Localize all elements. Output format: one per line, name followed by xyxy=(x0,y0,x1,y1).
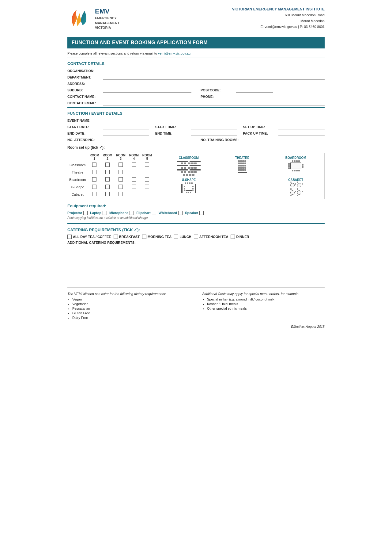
laptop-checkbox[interactable] xyxy=(103,211,107,215)
ushape-room5-checkbox[interactable] xyxy=(145,185,149,189)
flipchart-checkbox[interactable] xyxy=(152,211,156,215)
breakfast-label: BREAKFAST xyxy=(119,235,140,239)
theatre-room3-checkbox[interactable] xyxy=(119,170,123,174)
flipchart-label: Flipchart xyxy=(136,211,150,215)
theatre-room1-checkbox[interactable] xyxy=(92,170,96,174)
room-diagram-area: CLASSROOM xyxy=(160,153,325,199)
start-time-input[interactable] xyxy=(191,124,237,129)
boardroom-room2-checkbox[interactable] xyxy=(105,177,110,182)
cabaret-room4-checkbox[interactable] xyxy=(132,192,136,196)
speaker-item: Speaker xyxy=(185,211,204,215)
footer-section: The VEMI kitchen can cater for the follo… xyxy=(67,287,325,320)
lunch-checkbox[interactable] xyxy=(174,235,178,239)
setup-time-input[interactable] xyxy=(278,124,325,129)
list-item: Kosher / Halal meals xyxy=(207,302,325,306)
dinner-checkbox[interactable] xyxy=(231,235,235,239)
speaker-label: Speaker xyxy=(185,211,198,215)
cabaret-diagram: CABARET xyxy=(270,178,321,196)
equipment-note: Photocopying facilities are available at… xyxy=(67,216,325,220)
postcode-input[interactable] xyxy=(236,88,273,93)
list-item: Gluten Free xyxy=(72,311,190,315)
cabaret-room2-checkbox[interactable] xyxy=(105,192,110,196)
phone-input[interactable] xyxy=(236,94,291,99)
all-day-tea-item: ALL DAY TEA / COFFEE xyxy=(67,235,111,239)
room-col-1: ROOM1 xyxy=(88,153,101,161)
projector-checkbox[interactable] xyxy=(83,211,88,215)
morning-tea-checkbox[interactable] xyxy=(142,235,146,239)
table-row: U-Shape xyxy=(67,183,154,191)
list-item: Other special ethnic meals xyxy=(207,307,325,310)
end-date-row: END DATE: END TIME: PACK UP TIME: xyxy=(67,131,325,136)
boardroom-room1-checkbox[interactable] xyxy=(92,177,96,182)
packup-time-input[interactable] xyxy=(278,131,325,136)
classroom-room5-checkbox[interactable] xyxy=(145,163,149,167)
boardroom-room3-checkbox[interactable] xyxy=(119,177,123,182)
effective-date: Effective: August 2018 xyxy=(67,325,325,328)
logo-text: EMV EMERGENCY MANAGEMENT VICTORIA xyxy=(95,7,119,30)
equipment-row: Projector Laptop Microphone Flipchart Wh… xyxy=(67,211,325,215)
cabaret-room3-checkbox[interactable] xyxy=(119,192,123,196)
divider-3 xyxy=(67,223,325,224)
table-row: Classroom xyxy=(67,161,154,169)
organisation-input[interactable] xyxy=(103,68,325,73)
event-name-row: EVENT NAME: xyxy=(67,118,325,123)
all-day-tea-checkbox[interactable] xyxy=(67,235,72,239)
cabaret-room5-checkbox[interactable] xyxy=(145,192,149,196)
ushape-room2-checkbox[interactable] xyxy=(105,185,110,189)
email-link[interactable]: vemi@emv.vic.gov.au xyxy=(158,52,190,55)
equipment-title: Equipment required: xyxy=(67,204,325,208)
no-attending-input[interactable] xyxy=(103,137,134,142)
lunch-label: LUNCH xyxy=(179,235,191,239)
event-name-input[interactable] xyxy=(103,118,325,123)
breakfast-item: BREAKFAST xyxy=(114,235,140,239)
list-item: Special milks- E.g. almond milk/ coconut… xyxy=(207,297,325,301)
classroom-room3-checkbox[interactable] xyxy=(119,163,123,167)
contact-name-half: CONTACT NAME: xyxy=(67,94,191,99)
footer-left-heading: The VEMI kitchen can cater for the follo… xyxy=(67,292,190,296)
footer-right-heading: Additional Costs may apply for special m… xyxy=(202,292,325,296)
microphone-checkbox[interactable] xyxy=(130,211,134,215)
cabaret-room1-checkbox[interactable] xyxy=(92,192,96,196)
no-training-rooms-input[interactable] xyxy=(240,137,271,142)
boardroom-room4-checkbox[interactable] xyxy=(132,177,136,182)
address-row: ADDRESS: xyxy=(67,81,325,86)
ushape-room4-checkbox[interactable] xyxy=(132,185,136,189)
footer-right: Additional Costs may apply for special m… xyxy=(202,292,325,320)
page-header: EMV EMERGENCY MANAGEMENT VICTORIA VICTOR… xyxy=(67,6,325,31)
start-time-col: START TIME: xyxy=(155,124,237,129)
classroom-room1-checkbox[interactable] xyxy=(92,163,96,167)
breakfast-checkbox[interactable] xyxy=(114,235,118,239)
equipment-section: Equipment required: Projector Laptop Mic… xyxy=(67,204,325,220)
end-date-col: END DATE: xyxy=(67,131,149,136)
microphone-item: Microphone xyxy=(109,211,134,215)
department-row: DEPARTMENT: xyxy=(67,75,325,80)
classroom-room4-checkbox[interactable] xyxy=(132,163,136,167)
afternoon-tea-checkbox[interactable] xyxy=(194,235,198,239)
department-input[interactable] xyxy=(103,75,325,80)
emv-logo xyxy=(67,6,92,31)
boardroom-room5-checkbox[interactable] xyxy=(145,177,149,182)
whiteboard-checkbox[interactable] xyxy=(178,211,183,215)
suburb-input[interactable] xyxy=(103,88,191,93)
contact-email-input[interactable] xyxy=(103,101,325,105)
contact-name-input[interactable] xyxy=(103,94,191,99)
classroom-diagram: CLASSROOM xyxy=(163,156,214,176)
room-setup-section: ROOM1 ROOM2 ROOM3 ROOM4 ROOM5 Classroom xyxy=(67,153,325,199)
footer-left-list: Vegan Vegetarian Pescatarian Gluten Free… xyxy=(67,297,190,320)
speaker-checkbox[interactable] xyxy=(199,211,204,215)
row-classroom-label: Classroom xyxy=(67,161,88,169)
suburb-half: SUBURB: xyxy=(67,88,191,93)
end-date-input[interactable] xyxy=(103,131,149,136)
address-input[interactable] xyxy=(103,81,325,86)
end-time-input[interactable] xyxy=(191,131,237,136)
theatre-room2-checkbox[interactable] xyxy=(105,170,110,174)
ushape-room1-checkbox[interactable] xyxy=(92,185,96,189)
start-date-input[interactable] xyxy=(103,124,149,129)
dinner-label: DINNER xyxy=(236,235,249,239)
theatre-room5-checkbox[interactable] xyxy=(145,170,149,174)
room-col-5: ROOM5 xyxy=(141,153,154,161)
ushape-room3-checkbox[interactable] xyxy=(119,185,123,189)
theatre-room4-checkbox[interactable] xyxy=(132,170,136,174)
classroom-room2-checkbox[interactable] xyxy=(105,163,110,167)
phone-half: PHONE: xyxy=(201,94,325,99)
